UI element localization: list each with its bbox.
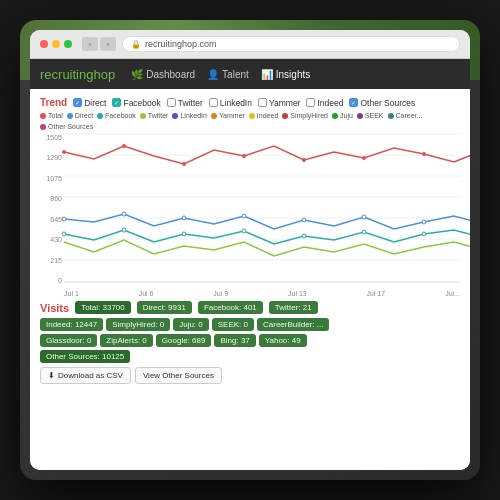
dashboard-icon: 🌿 xyxy=(131,69,143,80)
nav-dashboard[interactable]: 🌿 Dashboard xyxy=(131,69,195,80)
facebook-checkbox[interactable] xyxy=(112,98,121,107)
view-other-label: View Other Sources xyxy=(143,371,214,380)
legend-dot-total xyxy=(40,113,46,119)
download-label: Download as CSV xyxy=(58,371,123,380)
action-row: ⬇ Download as CSV View Other Sources xyxy=(40,367,460,384)
legend-dot-simplyhired xyxy=(282,113,288,119)
filter-linkedin[interactable]: LinkedIn xyxy=(209,98,252,108)
svg-point-8 xyxy=(62,150,66,154)
other-label: Other Sources xyxy=(360,98,415,108)
svg-point-30 xyxy=(422,232,426,236)
maximize-button[interactable] xyxy=(64,40,72,48)
legend-label-total: Total xyxy=(48,112,63,119)
browser-chrome: ‹ › 🔒 recruitinghop.com xyxy=(30,30,470,59)
logo-text: recruiting xyxy=(40,67,93,82)
badge-careerbuilder: CareerBuilder: ... xyxy=(257,318,329,331)
svg-point-13 xyxy=(362,156,366,160)
other-checkbox[interactable] xyxy=(349,98,358,107)
badge-indeed: Indeed: 12447 xyxy=(40,318,103,331)
badge-direct: Direct: 9931 xyxy=(137,301,192,314)
yammer-checkbox[interactable] xyxy=(258,98,267,107)
filter-other[interactable]: Other Sources xyxy=(349,98,415,108)
filter-yammer[interactable]: Yammer xyxy=(258,98,301,108)
stats-section: Visits Total: 33700 Direct: 9931 Faceboo… xyxy=(40,301,460,384)
badge-simplyhired: SimplyHired: 0 xyxy=(106,318,170,331)
legend-dot-direct xyxy=(67,113,73,119)
legend-dot-linkedin xyxy=(172,113,178,119)
laptop-container: ‹ › 🔒 recruitinghop.com recruitinghop 🌿 … xyxy=(10,10,490,490)
svg-point-12 xyxy=(302,158,306,162)
badge-google: Google: 689 xyxy=(156,334,212,347)
badge-facebook: Facebook: 401 xyxy=(198,301,263,314)
filter-direct[interactable]: Direct xyxy=(73,98,106,108)
svg-point-10 xyxy=(182,162,186,166)
svg-point-25 xyxy=(122,228,126,232)
indeed-checkbox[interactable] xyxy=(306,98,315,107)
badge-twitter: Twitter: 21 xyxy=(269,301,318,314)
url-text: recruitinghop.com xyxy=(145,39,217,49)
insights-icon: 📊 xyxy=(261,69,273,80)
stats-row-4: Other Sources: 10125 xyxy=(40,350,460,363)
legend-twitter: Twitter xyxy=(140,112,169,119)
nav-talent[interactable]: 👤 Talent xyxy=(207,69,249,80)
legend-label-facebook: Facebook xyxy=(105,112,136,119)
filter-indeed[interactable]: Indeed xyxy=(306,98,343,108)
legend-yammer: Yammer xyxy=(211,112,245,119)
download-csv-button[interactable]: ⬇ Download as CSV xyxy=(40,367,131,384)
legend-simplyhired: SimplyHired xyxy=(282,112,328,119)
nav-talent-label: Talent xyxy=(222,69,249,80)
nav-dashboard-label: Dashboard xyxy=(146,69,195,80)
chart-legend: Total Direct Facebook Twitter xyxy=(40,112,460,130)
legend-label-juju: Juju xyxy=(340,112,353,119)
svg-point-22 xyxy=(422,220,426,224)
legend-dot-yammer xyxy=(211,113,217,119)
app-logo: recruitinghop xyxy=(40,67,115,82)
y-label-860: 860 xyxy=(40,195,62,202)
nav-insights[interactable]: 📊 Insights xyxy=(261,69,310,80)
logo-accent: hop xyxy=(93,67,115,82)
y-axis: 1505 1290 1075 860 645 430 215 0 xyxy=(40,134,64,284)
close-button[interactable] xyxy=(40,40,48,48)
twitter-checkbox[interactable] xyxy=(167,98,176,107)
stats-row-3: Glassdoor: 0 ZipAlerts: 0 Google: 689 Bi… xyxy=(40,334,460,347)
facebook-label: Facebook xyxy=(123,98,160,108)
svg-point-9 xyxy=(122,144,126,148)
legend-dot-twitter xyxy=(140,113,146,119)
legend-seek: SEEK xyxy=(357,112,384,119)
app-header: recruitinghop 🌿 Dashboard 👤 Talent 📊 Ins… xyxy=(30,59,470,89)
address-bar[interactable]: 🔒 recruitinghop.com xyxy=(122,36,460,52)
svg-point-24 xyxy=(62,232,66,236)
lock-icon: 🔒 xyxy=(131,40,141,49)
back-button[interactable]: ‹ xyxy=(82,37,98,51)
y-label-0: 0 xyxy=(40,277,62,284)
svg-point-16 xyxy=(62,217,66,221)
y-label-1075: 1075 xyxy=(40,175,62,182)
svg-point-17 xyxy=(122,212,126,216)
y-label-430: 430 xyxy=(40,236,62,243)
legend-label-linkedin: LinkedIn xyxy=(180,112,206,119)
yammer-label: Yammer xyxy=(269,98,301,108)
legend-dot-indeed xyxy=(249,113,255,119)
trend-filter-row: Trend Direct Facebook Twitter xyxy=(40,97,460,108)
y-label-1290: 1290 xyxy=(40,154,62,161)
nav-items: 🌿 Dashboard 👤 Talent 📊 Insights xyxy=(131,69,310,80)
svg-point-19 xyxy=(242,214,246,218)
legend-career: Career... xyxy=(388,112,423,119)
forward-button[interactable]: › xyxy=(100,37,116,51)
filter-twitter[interactable]: Twitter xyxy=(167,98,203,108)
linkedin-checkbox[interactable] xyxy=(209,98,218,107)
x-label-jul-more: Jul... xyxy=(445,290,460,297)
traffic-lights xyxy=(40,40,72,48)
legend-label-other-sources: Other Sources xyxy=(48,123,93,130)
minimize-button[interactable] xyxy=(52,40,60,48)
x-label-jul17: Jul 17 xyxy=(367,290,386,297)
direct-checkbox[interactable] xyxy=(73,98,82,107)
filter-facebook[interactable]: Facebook xyxy=(112,98,160,108)
view-other-sources-button[interactable]: View Other Sources xyxy=(135,367,222,384)
x-label-jul13: Jul 13 xyxy=(288,290,307,297)
chart-svg xyxy=(64,134,460,284)
chart-container: 1505 1290 1075 860 645 430 215 0 xyxy=(40,134,460,297)
svg-point-26 xyxy=(182,232,186,236)
legend-total: Total xyxy=(40,112,63,119)
x-label-jul6: Jul 6 xyxy=(139,290,154,297)
